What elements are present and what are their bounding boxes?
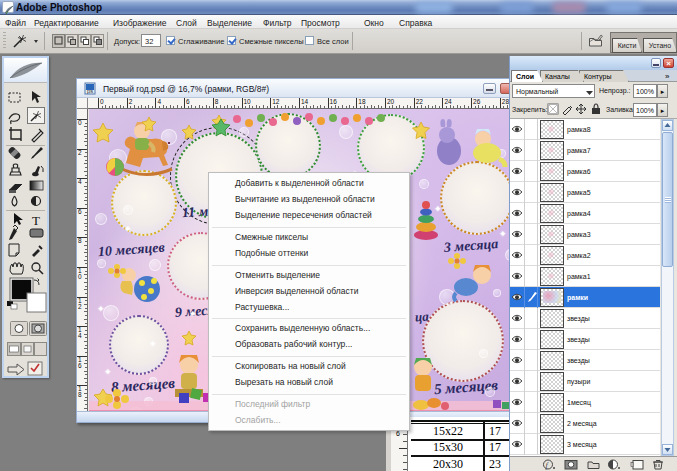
- svg-text:ps: ps: [87, 88, 93, 94]
- svg-text:f: f: [546, 461, 550, 470]
- svg-text:T: T: [32, 213, 40, 228]
